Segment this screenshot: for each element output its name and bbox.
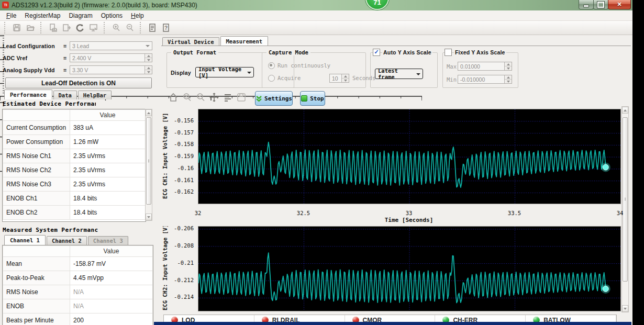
table-row[interactable]: RMS NoiseN/A xyxy=(3,285,153,299)
ecg-ch1-ylabel: ECG CH1: Input Voltage [V] xyxy=(162,109,170,203)
table-row[interactable]: Beats per Minute200 xyxy=(3,313,153,325)
table-row[interactable]: Mean-158.87 mV xyxy=(3,257,153,271)
table-row[interactable]: Peak-to-Peak4.45 mVpp xyxy=(3,271,153,285)
table-row[interactable]: ENOB Ch218.4 bits xyxy=(3,206,146,220)
latest-frame-value: Latest frame xyxy=(378,68,414,80)
leadoff-detection-button[interactable]: Lead-Off Detection is ON xyxy=(5,77,152,88)
y-tick-label: -0.214 xyxy=(171,294,194,300)
table-row[interactable]: ENOB Ch118.4 bits xyxy=(3,192,146,206)
scroll-up-arrow[interactable] xyxy=(146,109,152,116)
tab-virtual-device[interactable]: Virtual Device xyxy=(162,37,219,46)
estimated-performance-title: Estimated Device Performance xyxy=(3,100,96,107)
svg-text:?: ? xyxy=(164,25,168,31)
save-icon xyxy=(10,21,24,34)
max-field: 0.01000 xyxy=(458,62,512,71)
display-dropdown[interactable]: Input Voltage [V] xyxy=(195,67,254,77)
maximize-icon xyxy=(597,2,604,8)
table-row[interactable]: RMS Noise Ch22.35 uVrms xyxy=(3,163,146,177)
empty-header xyxy=(3,110,70,121)
close-icon: ✕ xyxy=(617,1,621,8)
close-button[interactable]: ✕ xyxy=(608,0,631,9)
zoom-out-tool-icon[interactable] xyxy=(194,91,207,104)
menu-registermap[interactable]: RegisterMap xyxy=(20,11,64,20)
lead-config-value: 3 Lead xyxy=(72,43,89,49)
menu-file[interactable]: File xyxy=(2,11,20,20)
table-row[interactable]: RMS Noise Ch32.35 uVrms xyxy=(3,177,146,192)
fixed-y-checkbox[interactable] xyxy=(445,49,452,56)
tab-helpbar[interactable]: HelpBar xyxy=(78,91,112,99)
ecg-ch2-plot[interactable] xyxy=(198,226,621,311)
empty-header xyxy=(3,246,70,257)
tab-data[interactable]: Data xyxy=(53,91,77,99)
stop-button[interactable]: Stop xyxy=(300,91,325,106)
table-row[interactable]: Current Consumption383 uA xyxy=(3,121,146,135)
auto-y-label: Auto Y Axis Scale xyxy=(382,49,432,55)
home-view-icon[interactable] xyxy=(166,91,180,104)
y-tick-label: -0.156 xyxy=(171,117,194,124)
tab-channel-1[interactable]: Channel 1 xyxy=(4,235,46,245)
scroll-down-arrow[interactable] xyxy=(622,305,628,312)
row-value: N/A xyxy=(70,285,153,299)
tabstrip-divider xyxy=(161,46,631,46)
ecg-ch1-plot[interactable] xyxy=(198,109,621,204)
row-label: ENOB Ch1 xyxy=(3,192,70,206)
menu-help[interactable]: Help xyxy=(127,11,148,20)
tab-channel-2[interactable]: Channel 2 xyxy=(47,236,87,245)
scrollbar-thumb[interactable] xyxy=(623,117,628,282)
pdf-report-icon[interactable] xyxy=(146,21,159,34)
zoom-box-icon[interactable] xyxy=(180,91,194,104)
value-column-header: Value xyxy=(70,246,153,257)
help-icon[interactable]: ? xyxy=(159,21,173,34)
maximize-button[interactable] xyxy=(593,0,608,9)
scale-legend-icon[interactable] xyxy=(221,91,235,104)
left-tabstrip: Performance Data HelpBar xyxy=(4,89,113,99)
minimize-icon xyxy=(583,5,589,7)
acquire-label: Acquire xyxy=(277,75,301,81)
settings-button[interactable]: Settings xyxy=(255,91,293,106)
ecg-ch2-ylabel: ECG CH2: Input Voltage [V] xyxy=(162,226,170,310)
row-value: 2.35 uVrms xyxy=(70,149,146,163)
latest-frame-dropdown[interactable]: Latest frame xyxy=(375,69,423,79)
read-registers-icon xyxy=(46,21,60,34)
row-label: RMS Noise Ch2 xyxy=(3,163,70,177)
scrollbar-thumb[interactable] xyxy=(146,117,151,205)
menu-diagram[interactable]: Diagram xyxy=(64,11,96,20)
acquire-radio xyxy=(268,75,275,82)
x-tick-label: 33 xyxy=(406,210,413,216)
minimize-button[interactable] xyxy=(579,0,594,9)
auto-y-checkbox[interactable]: ✓ xyxy=(373,49,380,56)
analog-vdd-field: 3.30 V xyxy=(70,65,152,74)
window-bottom-edge xyxy=(154,322,631,325)
table-row[interactable]: Power Consumption1.26 mW xyxy=(3,135,146,149)
zoom-in-icon xyxy=(109,21,123,34)
pan-icon[interactable] xyxy=(207,91,221,104)
table-row[interactable]: RMS Noise Ch12.35 uVrms xyxy=(3,149,146,163)
open-icon xyxy=(24,21,37,34)
waveform xyxy=(198,142,606,188)
estimated-performance-table: Value Current Consumption383 uAPower Con… xyxy=(2,109,146,222)
value-column-header: Value xyxy=(70,110,146,121)
scroll-down-arrow[interactable] xyxy=(146,214,152,220)
analog-vdd-label: Analog Supply Vdd xyxy=(3,67,55,73)
table-row[interactable]: ENOBN/A xyxy=(3,299,153,313)
min-value: -0.010000 xyxy=(460,76,485,83)
chevron-down-icon xyxy=(247,72,251,76)
estimated-table-scrollbar[interactable] xyxy=(145,109,152,221)
waveform xyxy=(198,253,606,303)
scroll-up-arrow[interactable] xyxy=(622,107,628,114)
y-tick-label: -0.161 xyxy=(171,177,194,183)
refresh-icon[interactable] xyxy=(73,21,87,34)
min-spinner xyxy=(504,75,512,83)
toolbar-separator xyxy=(140,22,143,33)
main-toolbar: ? xyxy=(0,21,632,35)
charts-scrollbar[interactable] xyxy=(621,106,629,312)
menu-options[interactable]: Options xyxy=(97,11,127,20)
display-value: Input Voltage [V] xyxy=(198,66,245,79)
row-label: RMS Noise xyxy=(3,285,70,299)
row-value: 1.26 mW xyxy=(70,135,146,149)
tab-performance[interactable]: Performance xyxy=(4,89,52,99)
main-tabstrip: Virtual Device Measurement xyxy=(162,36,269,46)
cursor-dot xyxy=(603,164,608,170)
row-label: Mean xyxy=(3,257,70,271)
tab-measurement[interactable]: Measurement xyxy=(220,36,269,46)
